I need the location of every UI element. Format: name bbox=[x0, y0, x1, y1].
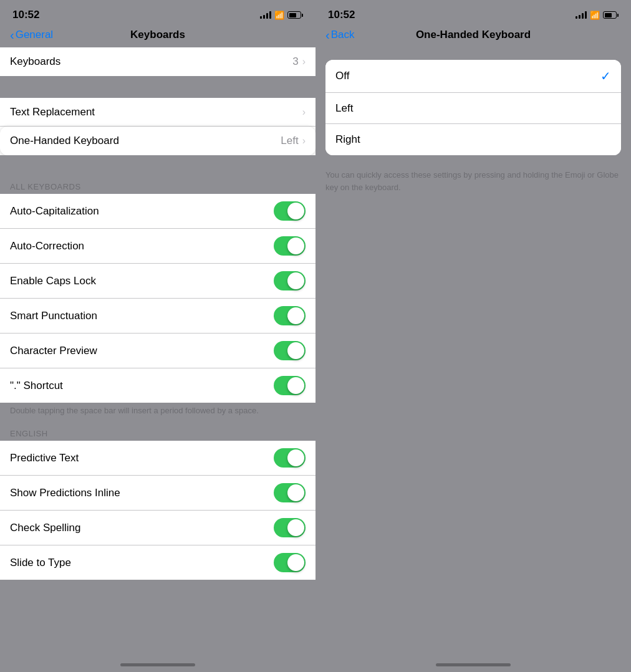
one-handed-info: You can quickly access these settings by… bbox=[316, 161, 631, 201]
period-shortcut-footer: Double tapping the space bar will insert… bbox=[0, 403, 316, 424]
character-preview-row[interactable]: Character Preview bbox=[0, 334, 316, 368]
show-predictions-inline-row[interactable]: Show Predictions Inline bbox=[0, 476, 316, 511]
one-handed-right: Left › bbox=[281, 135, 306, 147]
show-predictions-inline-label: Show Predictions Inline bbox=[10, 487, 120, 499]
right-panel: 10:52 📶 ‹ Back One-Handed Keyboard Off ✓ bbox=[316, 0, 631, 672]
text-replacement-label: Text Replacement bbox=[10, 106, 95, 118]
one-handed-row[interactable]: One-Handed Keyboard Left › bbox=[0, 127, 316, 155]
status-bar-left: 10:52 📶 bbox=[0, 0, 316, 26]
text-replacement-group: Text Replacement › One-Handed Keyboard L… bbox=[0, 98, 316, 155]
one-handed-chevron: › bbox=[302, 135, 306, 146]
home-bar-right bbox=[436, 663, 511, 666]
signal-icon-right bbox=[576, 11, 587, 19]
nav-bar-left: ‹ General Keyboards bbox=[0, 26, 316, 47]
back-button-left[interactable]: ‹ General bbox=[10, 29, 53, 41]
smart-punctuation-label: Smart Punctuation bbox=[10, 310, 97, 322]
status-bar-right: 10:52 📶 bbox=[316, 0, 631, 26]
keyboards-group: Keyboards 3 › bbox=[0, 47, 316, 76]
slide-to-type-row[interactable]: Slide to Type bbox=[0, 545, 316, 580]
check-spelling-row[interactable]: Check Spelling bbox=[0, 511, 316, 545]
all-keyboards-group: Auto-Capitalization Auto-Correction Enab… bbox=[0, 194, 316, 403]
signal-icon bbox=[260, 11, 271, 19]
chevron-left-icon-right: ‹ bbox=[325, 29, 330, 41]
character-preview-toggle[interactable] bbox=[274, 341, 306, 360]
nav-title-right: One-Handed Keyboard bbox=[416, 29, 531, 41]
option-left-label: Left bbox=[335, 102, 353, 115]
one-handed-value: Left bbox=[281, 135, 298, 147]
option-off-check: ✓ bbox=[600, 69, 611, 84]
keyboards-chevron: › bbox=[302, 56, 306, 67]
nav-title-left: Keyboards bbox=[130, 29, 185, 41]
character-preview-label: Character Preview bbox=[10, 345, 97, 357]
all-keyboards-header: ALL KEYBOARDS bbox=[0, 177, 316, 194]
auto-capitalization-toggle[interactable] bbox=[274, 201, 306, 221]
enable-caps-lock-toggle[interactable] bbox=[274, 271, 306, 290]
back-label-left: General bbox=[16, 29, 53, 41]
option-off-label: Off bbox=[335, 70, 349, 82]
settings-content-left: Keyboards 3 › Text Replacement › One-Han… bbox=[0, 47, 316, 657]
time-left: 10:52 bbox=[12, 9, 39, 21]
status-icons-left: 📶 bbox=[260, 11, 303, 20]
option-off-row[interactable]: Off ✓ bbox=[325, 60, 621, 93]
predictive-text-toggle[interactable] bbox=[274, 448, 306, 468]
left-panel: 10:52 📶 ‹ General Keyboards Keyboards bbox=[0, 0, 316, 672]
enable-caps-lock-row[interactable]: Enable Caps Lock bbox=[0, 264, 316, 299]
status-icons-right: 📶 bbox=[576, 11, 619, 20]
option-left-row[interactable]: Left bbox=[325, 93, 621, 124]
chevron-left-icon: ‹ bbox=[10, 29, 14, 41]
check-spelling-label: Check Spelling bbox=[10, 522, 80, 534]
auto-correction-toggle[interactable] bbox=[274, 236, 306, 256]
keyboards-label: Keyboards bbox=[10, 55, 60, 68]
smart-punctuation-row[interactable]: Smart Punctuation bbox=[0, 299, 316, 334]
auto-correction-row[interactable]: Auto-Correction bbox=[0, 229, 316, 264]
one-handed-label: One-Handed Keyboard bbox=[10, 135, 119, 147]
smart-punctuation-toggle[interactable] bbox=[274, 306, 306, 325]
keyboards-row[interactable]: Keyboards 3 › bbox=[0, 47, 316, 76]
english-header: ENGLISH bbox=[0, 424, 316, 441]
back-label-right: Back bbox=[331, 29, 355, 41]
keyboards-right: 3 › bbox=[292, 55, 306, 68]
auto-correction-label: Auto-Correction bbox=[10, 240, 84, 252]
slide-to-type-toggle[interactable] bbox=[274, 553, 306, 572]
text-replacement-right: › bbox=[302, 107, 306, 118]
keyboards-count: 3 bbox=[292, 55, 298, 68]
home-indicator-right bbox=[316, 657, 631, 672]
option-right-label: Right bbox=[335, 133, 360, 146]
home-indicator-left bbox=[0, 657, 316, 672]
nav-bar-right: ‹ Back One-Handed Keyboard bbox=[316, 26, 631, 47]
predictive-text-row[interactable]: Predictive Text bbox=[0, 441, 316, 476]
auto-capitalization-row[interactable]: Auto-Capitalization bbox=[0, 194, 316, 229]
wifi-icon-right: 📶 bbox=[590, 11, 600, 20]
english-group: Predictive Text Show Predictions Inline … bbox=[0, 441, 316, 580]
period-shortcut-row[interactable]: "." Shortcut bbox=[0, 368, 316, 403]
one-handed-options-group: Off ✓ Left Right bbox=[325, 60, 621, 155]
wifi-icon: 📶 bbox=[274, 11, 284, 20]
option-right-row[interactable]: Right bbox=[325, 124, 621, 155]
time-right: 10:52 bbox=[328, 9, 355, 21]
predictive-text-label: Predictive Text bbox=[10, 452, 79, 464]
home-bar-left bbox=[120, 663, 195, 666]
settings-content-right: Off ✓ Left Right You can quickly access … bbox=[316, 47, 631, 657]
battery-icon-right bbox=[603, 11, 619, 19]
auto-capitalization-label: Auto-Capitalization bbox=[10, 205, 99, 218]
text-replacement-chevron: › bbox=[302, 107, 306, 118]
show-predictions-inline-toggle[interactable] bbox=[274, 483, 306, 502]
period-shortcut-label: "." Shortcut bbox=[10, 380, 63, 392]
battery-icon bbox=[287, 11, 303, 19]
back-button-right[interactable]: ‹ Back bbox=[325, 29, 354, 41]
text-replacement-row[interactable]: Text Replacement › bbox=[0, 98, 316, 127]
slide-to-type-label: Slide to Type bbox=[10, 557, 71, 569]
period-shortcut-toggle[interactable] bbox=[274, 376, 306, 395]
enable-caps-lock-label: Enable Caps Lock bbox=[10, 275, 96, 287]
check-spelling-toggle[interactable] bbox=[274, 518, 306, 537]
